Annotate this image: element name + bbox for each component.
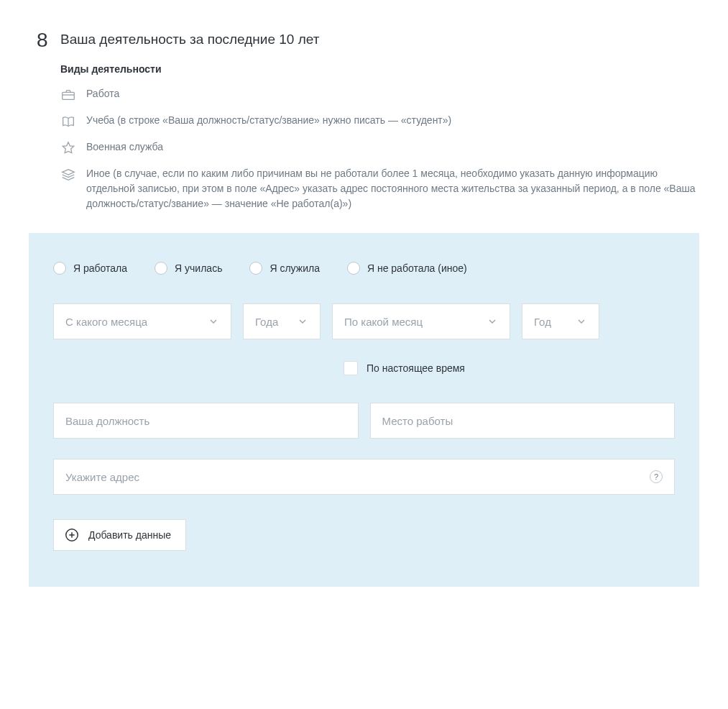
chevron-down-icon bbox=[297, 316, 308, 327]
legend-study: Учеба (в строке «Ваша должность/статус/з… bbox=[86, 113, 451, 128]
step-number: 8 bbox=[29, 29, 60, 50]
chevron-down-icon bbox=[576, 316, 587, 327]
star-icon bbox=[60, 140, 76, 156]
radio-studied-label: Я училась bbox=[175, 262, 222, 274]
to-year-select[interactable]: Год bbox=[522, 303, 599, 339]
radio-icon bbox=[347, 262, 360, 275]
from-month-placeholder: С какого месяца bbox=[65, 316, 147, 328]
add-data-button[interactable]: Добавить данные bbox=[53, 519, 186, 551]
radio-served[interactable]: Я служила bbox=[249, 262, 319, 275]
legend-work: Работа bbox=[86, 86, 119, 101]
from-year-select[interactable]: Года bbox=[243, 303, 321, 339]
radio-worked[interactable]: Я работала bbox=[53, 262, 127, 275]
address-placeholder: Укажите адрес bbox=[65, 471, 139, 483]
chevron-down-icon bbox=[208, 316, 219, 327]
radio-icon bbox=[53, 262, 66, 275]
to-month-placeholder: По какой месяц bbox=[344, 316, 423, 328]
radio-worked-label: Я работала bbox=[73, 262, 127, 274]
legend-military: Военная служба bbox=[86, 139, 163, 155]
workplace-placeholder: Место работы bbox=[382, 415, 453, 427]
radio-not-worked-label: Я не работала (иное) bbox=[367, 262, 467, 274]
from-month-select[interactable]: С какого месяца bbox=[53, 303, 231, 339]
plus-circle-icon bbox=[64, 527, 80, 543]
position-input[interactable]: Ваша должность bbox=[53, 403, 359, 439]
section-title: Ваша деятельность за последние 10 лет bbox=[60, 29, 319, 47]
position-placeholder: Ваша должность bbox=[65, 415, 149, 427]
sub-heading: Виды деятельности bbox=[60, 63, 699, 75]
radio-served-label: Я служила bbox=[269, 262, 319, 274]
address-input[interactable]: Укажите адрес ? bbox=[53, 459, 675, 495]
workplace-input[interactable]: Место работы bbox=[370, 403, 676, 439]
svg-rect-0 bbox=[63, 92, 75, 99]
book-icon bbox=[60, 114, 76, 129]
to-month-select[interactable]: По какой месяц bbox=[332, 303, 510, 339]
radio-icon bbox=[155, 262, 167, 275]
briefcase-icon bbox=[60, 87, 76, 103]
present-checkbox[interactable] bbox=[344, 361, 358, 375]
legend-other: Иное (в случае, если по каким либо причи… bbox=[86, 166, 699, 211]
layers-icon bbox=[60, 167, 76, 183]
radio-icon bbox=[249, 262, 262, 275]
to-year-placeholder: Год bbox=[534, 316, 551, 328]
chevron-down-icon bbox=[487, 316, 498, 327]
help-icon[interactable]: ? bbox=[650, 470, 663, 483]
activity-form-panel: Я работала Я училась Я служила Я не рабо… bbox=[29, 233, 699, 587]
present-label: По настоящее время bbox=[367, 362, 465, 374]
radio-not-worked[interactable]: Я не работала (иное) bbox=[347, 262, 467, 275]
activity-legend: Работа Учеба (в строке «Ваша должность/с… bbox=[60, 86, 699, 211]
from-year-placeholder: Года bbox=[255, 316, 278, 328]
add-data-label: Добавить данные bbox=[88, 529, 171, 541]
radio-studied[interactable]: Я училась bbox=[155, 262, 222, 275]
